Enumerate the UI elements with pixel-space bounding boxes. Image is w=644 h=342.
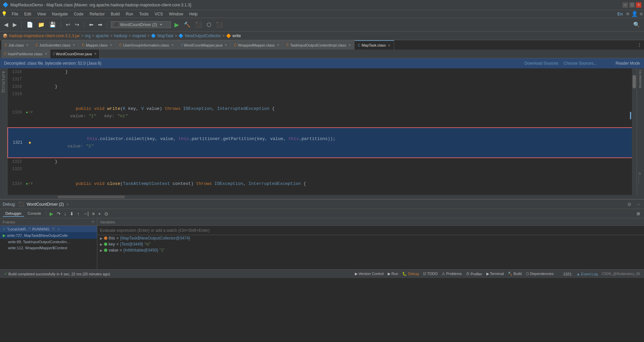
dependencies-status[interactable]: ⬡ Dependencies xyxy=(526,272,554,276)
tab-usergroupinfo-close[interactable]: ✕ xyxy=(171,43,174,47)
tab-taskinputoutput-class[interactable]: C TaskInputOutputContextImpl.class ✕ xyxy=(283,40,355,50)
frame-item-4[interactable]: write:112, WrappedMapper$Context xyxy=(0,245,97,251)
settings-gear-icon[interactable]: ⚙ xyxy=(640,11,643,17)
menu-edit[interactable]: Edit xyxy=(21,11,34,17)
redo-button[interactable]: ↪ xyxy=(73,21,80,28)
tab-wordcountmapper-java[interactable]: J WordCountMapper.java ✕ xyxy=(177,40,231,50)
version-control-status[interactable]: ▶ Version Control xyxy=(355,272,384,276)
menu-run[interactable]: Run xyxy=(123,11,136,17)
tab-hashpartitioner-close[interactable]: ✕ xyxy=(45,52,47,56)
menu-code[interactable]: Code xyxy=(71,11,86,17)
choose-sources-link[interactable]: Choose Sources... xyxy=(564,61,597,66)
debugger-tab[interactable]: Debugger xyxy=(3,211,24,217)
run-button[interactable]: ▶ xyxy=(173,20,180,29)
breadcrumb-jar-label[interactable]: hadoop-mapreduce-client-core-3.1.3.jar xyxy=(9,33,80,38)
open-button[interactable]: 📁 xyxy=(37,21,46,28)
tab-job-class[interactable]: C Job.class ✕ xyxy=(1,40,32,50)
save-button[interactable]: 💾 xyxy=(48,21,57,28)
breadcrumb-org[interactable]: org xyxy=(85,33,91,38)
tab-mapper-class[interactable]: C Mapper.class ✕ xyxy=(79,40,116,50)
tab-jobsubmitter-close[interactable]: ✕ xyxy=(72,43,75,47)
menu-window[interactable]: Window xyxy=(166,11,186,17)
frame-1-filter-icon[interactable]: ▽ xyxy=(52,227,55,231)
step-out-button[interactable]: ↑ xyxy=(76,210,81,217)
tab-jobsubmitter-class[interactable]: C JobSubmitter.class ✕ xyxy=(32,40,79,50)
build-status[interactable]: 🔨 Build xyxy=(508,272,522,276)
breadcrumb-mapred[interactable]: mapred xyxy=(132,33,146,38)
menu-refactor[interactable]: Refactor xyxy=(87,11,107,17)
tab-wordcountdriver-close[interactable]: ✕ xyxy=(94,52,97,56)
frames-filter-icon[interactable]: ▽ xyxy=(92,220,94,224)
breadcrumb-hadoop[interactable]: hadoop xyxy=(114,33,127,38)
breadcrumb-newoutputcollector[interactable]: NewOutputCollector xyxy=(185,33,221,38)
debug-status[interactable]: 🐛 Debug xyxy=(402,272,419,276)
stop-button[interactable]: ⬛ xyxy=(215,21,224,28)
evaluate-button[interactable]: ≡ xyxy=(91,210,96,217)
menu-tools[interactable]: Tools xyxy=(137,11,151,17)
breadcrumb-jar[interactable]: 📦 xyxy=(3,33,8,38)
tab-maptask-class[interactable]: C MapTask.class ✕ xyxy=(355,40,394,50)
debug-settings-button[interactable]: ⚙ xyxy=(626,201,633,208)
frame-item-2[interactable]: ▶ write:727, MapTask$NewOutputColle xyxy=(0,232,97,239)
tab-job-class-close[interactable]: ✕ xyxy=(26,43,29,47)
nav-back-button[interactable]: ⬅ xyxy=(88,21,95,28)
menu-navigate[interactable]: Navigate xyxy=(49,11,70,17)
coverage-button[interactable]: ⬡ xyxy=(205,21,213,28)
minimize-button[interactable]: ─ xyxy=(623,2,628,8)
run-to-cursor-button[interactable]: →| xyxy=(82,210,90,217)
resume-button[interactable]: ▶ xyxy=(48,210,55,217)
tab-usergroupinfo-class[interactable]: C UserGroupInformation.class ✕ xyxy=(116,40,177,50)
menu-help[interactable]: Help xyxy=(186,11,200,17)
step-over-button[interactable]: ↷ xyxy=(55,210,62,217)
restore-breakpoints-button[interactable]: ⊙ xyxy=(103,210,110,217)
problems-status[interactable]: ⚠ Problems xyxy=(442,272,462,276)
event-log-link[interactable]: ▲ Event Log xyxy=(576,272,597,276)
vertical-scrollbar[interactable] xyxy=(632,68,637,195)
debug-minimize-button[interactable]: ─ xyxy=(636,201,641,207)
tabs-overflow-button[interactable]: ⋮ xyxy=(636,42,643,48)
frame-item-1[interactable]: ✓ "LocalJobR...": RUNNING ▽ + xyxy=(0,226,97,232)
tab-maptask-close[interactable]: ✕ xyxy=(388,44,390,47)
step-into-my-code-button[interactable]: ⬇ xyxy=(68,210,75,217)
debug-run-button[interactable]: ⬛ xyxy=(194,21,203,28)
run-config-dropdown[interactable]: ⬛ WordCountDriver (2) ▾ xyxy=(111,21,171,28)
new-file-button[interactable]: 📄 xyxy=(25,21,35,28)
close-button[interactable]: ✕ xyxy=(636,2,641,8)
run-status[interactable]: ▶ Run xyxy=(388,272,398,276)
menu-vcs[interactable]: VCS xyxy=(152,11,166,17)
forward-button[interactable]: ▶ xyxy=(11,21,18,28)
search-everywhere-button[interactable]: 🔍 xyxy=(632,21,641,28)
watch-expression-input[interactable] xyxy=(100,228,641,233)
tab-wordcountmapper-close[interactable]: ✕ xyxy=(224,43,227,47)
menu-build[interactable]: Build xyxy=(108,11,122,17)
tab-wordcountdriver-java[interactable]: J WordCountDriver.java ✕ xyxy=(50,50,100,58)
nav-forward-button[interactable]: ➡ xyxy=(97,21,104,28)
menu-view[interactable]: View xyxy=(35,11,49,17)
breadcrumb-maptask[interactable]: MapTask xyxy=(157,33,173,38)
download-sources-link[interactable]: Download Sources xyxy=(525,61,558,66)
breadcrumb-apache[interactable]: apache xyxy=(96,33,109,38)
tab-mapper-close[interactable]: ✕ xyxy=(110,43,112,47)
debug-session-close-icon[interactable]: ✕ xyxy=(66,202,68,206)
restore-button[interactable]: ☐ xyxy=(629,2,635,8)
bookmarks-tab-icon[interactable]: Bookmarks xyxy=(639,68,642,89)
tab-wrappedmapper-close[interactable]: ✕ xyxy=(277,43,279,47)
breakpoint-dot-1321[interactable]: ● xyxy=(29,139,31,146)
console-tab[interactable]: Console xyxy=(25,211,44,217)
add-watch-button[interactable]: + xyxy=(97,210,102,217)
menu-file[interactable]: File xyxy=(9,11,21,17)
step-into-button[interactable]: ↓ xyxy=(63,210,68,217)
tab-wrappedmapper-class[interactable]: C WrappedMapper.class ✕ xyxy=(231,40,283,50)
frame-1-add-icon[interactable]: + xyxy=(57,227,59,231)
horizontal-scrollbar[interactable] xyxy=(0,195,644,199)
var-this[interactable]: ▶ this = {MapTask$NewOutputCollector@347… xyxy=(97,235,644,241)
todo-status[interactable]: ☑ TODO xyxy=(423,272,438,276)
var-value[interactable]: ▶ value = {IntWritable@3450} "1" xyxy=(97,247,644,253)
frame-item-3[interactable]: write:89, TaskInputOutputContextIm... xyxy=(0,239,97,245)
back-button[interactable]: ◀ xyxy=(3,21,9,28)
structure-tab-icon[interactable]: Structure xyxy=(1,70,6,94)
tab-hashpartitioner-class[interactable]: C HashPartitioner.class ✕ xyxy=(1,50,50,58)
build-hammer-button[interactable]: 🔨 xyxy=(182,21,192,28)
frames-layout-button[interactable]: ⊞ xyxy=(635,211,641,217)
tab-taskinputoutput-close[interactable]: ✕ xyxy=(348,43,351,47)
